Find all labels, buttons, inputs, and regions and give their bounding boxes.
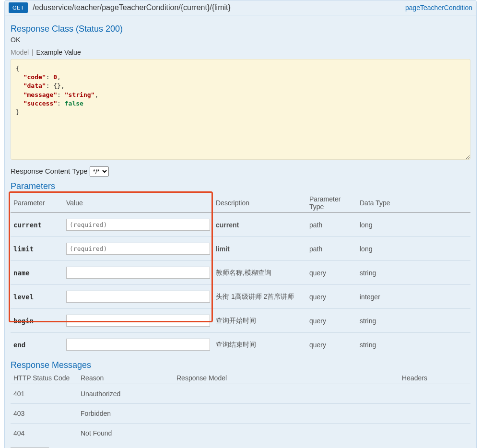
table-row: 403 Forbidden [11, 404, 470, 424]
th-headers: Headers [399, 372, 470, 384]
param-dtype: long [357, 213, 470, 237]
operation-nickname[interactable]: pageTeacherCondition [405, 4, 472, 12]
param-ptype: query [306, 261, 357, 285]
param-dtype: string [357, 309, 470, 333]
param-ptype: query [306, 333, 357, 357]
response-messages-title: Response Messages [11, 360, 470, 370]
param-desc: 查询开始时间 [213, 309, 306, 333]
rm-reason: Not Found [78, 424, 174, 443]
param-desc: 查询结束时间 [213, 333, 306, 357]
response-class-title: Response Class (Status 200) [11, 24, 470, 34]
th-reason: Reason [78, 372, 174, 384]
param-input-begin[interactable] [66, 315, 210, 327]
param-desc: 教师名称,模糊查询 [213, 261, 306, 285]
th-response-model: Response Model [174, 372, 399, 384]
rm-status: 404 [11, 424, 78, 443]
param-input-level[interactable] [66, 291, 210, 303]
rm-reason: Forbidden [78, 404, 174, 424]
http-method-badge: GET [9, 2, 28, 13]
table-row: level 头衔 1高级讲师 2首席讲师 query integer [11, 285, 470, 309]
param-dtype: long [357, 237, 470, 261]
param-input-limit[interactable] [66, 243, 210, 255]
param-dtype: string [357, 333, 470, 357]
response-messages-table: HTTP Status Code Reason Response Model H… [11, 372, 470, 443]
param-name: level [13, 293, 34, 301]
th-parameter-type: Parameter Type [306, 193, 357, 213]
param-desc: limit [216, 245, 230, 253]
content-type-select[interactable]: */* [90, 166, 109, 177]
table-row: 401 Unauthorized [11, 384, 470, 404]
table-row: 404 Not Found [11, 424, 470, 443]
param-name: current [13, 221, 42, 229]
response-ok-label: OK [11, 36, 470, 44]
model-example-tabs: Model | Example Value [11, 48, 470, 56]
param-name: name [13, 269, 30, 277]
param-name: limit [13, 245, 34, 253]
th-http-status: HTTP Status Code [11, 372, 78, 384]
parameters-table: Parameter Value Description Parameter Ty… [11, 193, 470, 356]
parameters-title: Parameters [11, 181, 470, 191]
param-input-end[interactable] [66, 339, 210, 351]
table-row: begin 查询开始时间 query string [11, 309, 470, 333]
param-input-current[interactable] [66, 219, 210, 231]
table-row: current current path long [11, 213, 470, 237]
param-dtype: string [357, 261, 470, 285]
rm-status: 401 [11, 384, 78, 404]
rm-reason: Unauthorized [78, 384, 174, 404]
th-description: Description [213, 193, 306, 213]
operation-header[interactable]: GET /eduservice/teacher/pageTeacherCondi… [5, 0, 476, 15]
table-row: limit limit path long [11, 237, 470, 261]
param-desc: current [216, 221, 239, 229]
param-name: end [13, 341, 25, 349]
param-name: begin [13, 317, 34, 325]
th-parameter: Parameter [11, 193, 63, 213]
param-ptype: path [306, 213, 357, 237]
table-row: name 教师名称,模糊查询 query string [11, 261, 470, 285]
tab-model[interactable]: Model [11, 48, 29, 56]
content-type-label: Response Content Type [11, 167, 88, 175]
param-ptype: path [306, 237, 357, 261]
param-ptype: query [306, 285, 357, 309]
rm-status: 403 [11, 404, 78, 424]
param-ptype: query [306, 309, 357, 333]
example-json-box[interactable]: { "code": 0, "data": {}, "message": "str… [11, 59, 470, 160]
param-dtype: integer [357, 285, 470, 309]
table-row: end 查询结束时间 query string [11, 333, 470, 357]
th-value: Value [63, 193, 213, 213]
tab-example-value[interactable]: Example Value [36, 48, 81, 56]
param-input-name[interactable] [66, 267, 210, 279]
param-desc: 头衔 1高级讲师 2首席讲师 [213, 285, 306, 309]
th-data-type: Data Type [357, 193, 470, 213]
operation-path: /eduservice/teacher/pageTeacherCondition… [33, 3, 405, 12]
